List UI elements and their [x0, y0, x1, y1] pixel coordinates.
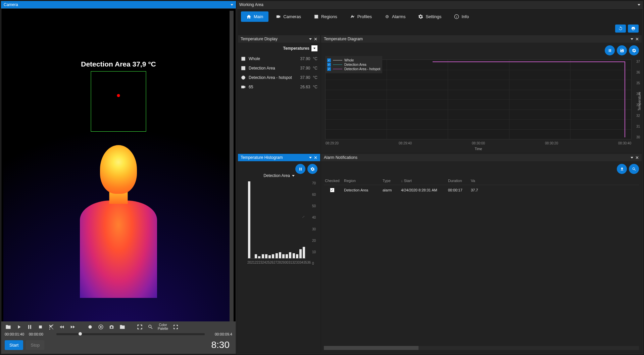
play-icon[interactable] [15, 323, 22, 330]
cut-icon[interactable] [48, 323, 54, 330]
histogram-bar [265, 254, 267, 258]
histogram-bar [282, 254, 285, 258]
col-type[interactable]: Type [383, 179, 398, 183]
resize-icon[interactable]: ⤢ [302, 215, 305, 218]
tab-info[interactable]: Info [449, 11, 474, 22]
scrollbar-horizontal[interactable] [324, 346, 639, 350]
step-back-icon[interactable] [58, 323, 65, 330]
histogram-bar [276, 253, 278, 258]
histogram-bar [286, 254, 288, 258]
temp-selector-label: Temperatures [283, 46, 309, 51]
time-current: 00:00:00 [29, 332, 49, 336]
histogram-bar [279, 252, 281, 258]
camera-title: Camera [4, 2, 18, 7]
temp-row-detect: Detection Area37.90°C [241, 63, 317, 73]
svg-rect-2 [100, 326, 101, 327]
fit-icon[interactable] [136, 323, 143, 330]
nav-tabs: Main Cameras Regions Profiles Alarms Set… [237, 9, 643, 25]
close-icon[interactable]: ✕ [314, 155, 317, 160]
col-region[interactable]: Region [344, 179, 379, 183]
record-icon[interactable] [87, 323, 93, 330]
histogram-bar [262, 254, 264, 258]
histogram-region-select[interactable]: Detection Area [263, 173, 290, 178]
dropdown-icon[interactable] [231, 4, 233, 6]
pause-icon[interactable] [26, 323, 33, 330]
col-value[interactable]: Va [471, 179, 484, 183]
fullscreen-icon[interactable] [172, 323, 179, 330]
dropdown-icon[interactable] [631, 157, 633, 159]
refresh-icon[interactable] [615, 25, 626, 33]
dropdown-icon[interactable] [309, 38, 312, 40]
camera-panel-header[interactable]: Camera [1, 1, 236, 8]
temp-selector-dropdown[interactable] [311, 45, 317, 51]
col-duration[interactable]: Duration [448, 179, 467, 183]
working-panel-header[interactable]: Working Area [237, 1, 643, 8]
dropdown-icon[interactable] [309, 157, 312, 159]
histogram-bar [268, 255, 271, 258]
svg-point-10 [243, 77, 244, 78]
step-fwd-icon[interactable] [69, 323, 76, 330]
time-elapsed: 00:00:01:40 [5, 332, 25, 336]
alarm-checkbox[interactable]: ✓ [330, 188, 334, 192]
temp-row-hotspot: Detection Area - hotspot37.90°C [241, 73, 317, 82]
thermal-video-view[interactable]: Detection Area 37,9 °C [3, 11, 234, 321]
zoom-icon[interactable] [147, 323, 154, 330]
y-axis-label: Temperature [638, 92, 641, 110]
clock: 8:30 [211, 340, 230, 350]
diagram-pause-icon[interactable] [605, 45, 615, 55]
diagram-settings-icon[interactable] [629, 45, 639, 55]
svg-rect-3 [314, 15, 318, 18]
histogram-pause-icon[interactable] [295, 164, 305, 174]
tab-cameras[interactable]: Cameras [270, 11, 306, 22]
tab-regions[interactable]: Regions [308, 11, 343, 22]
tab-settings[interactable]: Settings [413, 11, 447, 22]
close-icon[interactable]: ✕ [314, 37, 317, 42]
dropdown-icon[interactable] [638, 4, 640, 6]
diagram-save-icon[interactable] [617, 45, 627, 55]
diagram-chart: ✓Whole ✓Detection Area ✓Detection Area -… [321, 43, 642, 153]
col-checked[interactable]: Checked [324, 179, 341, 183]
alarm-search-icon[interactable] [629, 164, 639, 174]
temp-display-header[interactable]: Temperature Display ✕ [238, 35, 320, 43]
legend-item[interactable]: ✓Detection Area - hotspot [327, 67, 380, 71]
color-palette-button[interactable]: ColorPalette [158, 323, 168, 330]
histogram-settings-icon[interactable] [307, 164, 317, 174]
scrollbar-vertical[interactable] [230, 11, 234, 321]
svg-rect-8 [242, 66, 245, 70]
detection-box [91, 71, 146, 132]
legend-item[interactable]: ✓Whole [327, 58, 380, 62]
alarm-export-icon[interactable] [617, 164, 627, 174]
histogram-bar [296, 254, 298, 258]
histogram-bar [258, 256, 260, 258]
record-stop-icon[interactable] [97, 323, 104, 330]
print-icon[interactable] [628, 25, 639, 33]
tab-alarms[interactable]: Alarms [379, 11, 411, 22]
save-folder-icon[interactable] [119, 323, 126, 330]
hotspot-marker-icon [117, 94, 120, 97]
stop-icon[interactable] [37, 323, 44, 330]
alarm-row[interactable]: ✓ Detection Area alarm 4/24/2020 8:28:31… [324, 185, 639, 195]
close-icon[interactable]: ✕ [635, 155, 639, 160]
col-start[interactable]: ↓ Start [401, 179, 445, 183]
dropdown-icon[interactable] [631, 38, 633, 40]
tab-profiles[interactable]: Profiles [345, 11, 377, 22]
svg-point-0 [88, 325, 92, 328]
histogram-bar [255, 254, 257, 258]
svg-rect-7 [242, 57, 245, 61]
tab-main[interactable]: Main [241, 11, 268, 22]
alarms-header[interactable]: Alarm Notifications ✕ [321, 154, 642, 161]
diagram-header[interactable]: Temperature Diagram ✕ [321, 35, 642, 43]
histogram-header[interactable]: Temperature Histogram ✕ [238, 154, 320, 161]
timeline-slider[interactable] [56, 333, 205, 335]
start-button[interactable]: Start [5, 340, 23, 350]
histogram-bar [248, 181, 250, 258]
alarm-table: Checked Region Type ↓ Start Duration Va … [324, 177, 639, 345]
open-folder-icon[interactable] [5, 323, 11, 330]
histogram-chart: Detection Area 2021222324252627282930313… [238, 161, 320, 353]
close-icon[interactable]: ✕ [635, 37, 639, 42]
dropdown-icon[interactable] [292, 175, 295, 177]
legend-item[interactable]: ✓Detection Area [327, 62, 380, 67]
snapshot-icon[interactable] [108, 323, 115, 330]
working-title: Working Area [239, 2, 263, 7]
svg-point-5 [387, 16, 388, 17]
